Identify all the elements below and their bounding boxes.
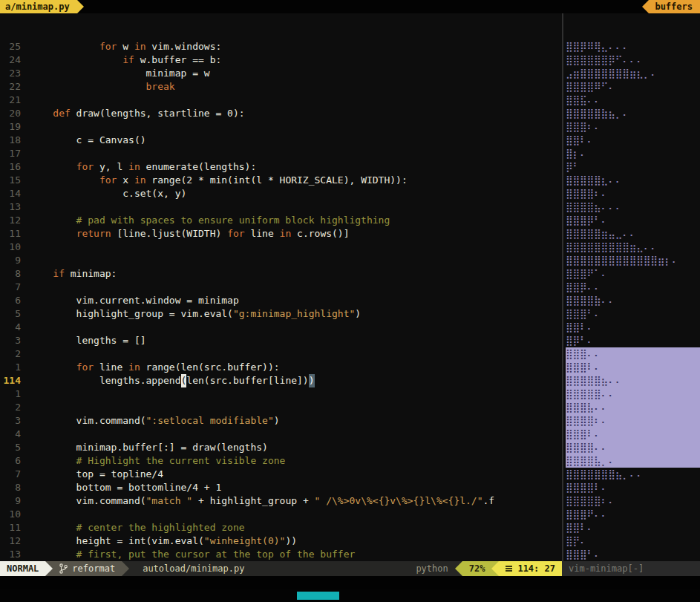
code-line[interactable]: 7 top = topline/4: [0, 468, 562, 481]
code-line[interactable]: 23 minimap = w: [0, 67, 562, 80]
code-line[interactable]: 18 c = Canvas(): [0, 134, 562, 147]
minimap-row[interactable]: ⣿⣿⣿⠟⠄⠄: [566, 508, 700, 521]
code-text: for: [227, 227, 244, 241]
code-line[interactable]: 17: [0, 147, 562, 160]
code-line[interactable]: 114 lengths.append(len(src.buffer[line])…: [0, 374, 562, 387]
line-number: 22: [0, 80, 21, 94]
minimap-viewport-row[interactable]: ⣿⣿⣿⣿⣧⡀⠄: [566, 454, 700, 468]
code-line[interactable]: 7: [0, 281, 562, 294]
minimap-row[interactable]: ⣿⣿⣿⣿⣿⣷⣦⡀⠄: [566, 107, 700, 120]
minimap-row[interactable]: ⣿⣿⣿⠆⠄: [566, 120, 700, 134]
minimap-row[interactable]: ⣿⣿⣿⠃⠄: [566, 548, 700, 561]
code-line[interactable]: 21: [0, 94, 562, 107]
minimap-statusline[interactable]: vim-minimap[-]: [562, 561, 700, 576]
vim-screen: a/minimap.py buffers 25 for w in vim.win…: [0, 0, 700, 602]
minimap-row[interactable]: ⣿⣿⣿⠟⠁⠄: [566, 267, 700, 281]
code-line[interactable]: 8 if minimap:: [0, 267, 562, 281]
code-line[interactable]: 20 def draw(lengths, startline = 0):: [0, 107, 562, 120]
minimap-viewport-row[interactable]: ⣿⣿⣿⣿⠆⠄: [566, 414, 700, 428]
code-line[interactable]: 25 for w in vim.windows:: [0, 40, 562, 53]
tab-current-file[interactable]: a/minimap.py: [0, 0, 77, 13]
minimap-row[interactable]: ⣿⣿⣿⣿⠿⠋⠄: [566, 80, 700, 94]
code-window[interactable]: 25 for w in vim.windows:24 if w.buffer =…: [0, 13, 562, 561]
minimap-row[interactable]: ⣿⣿⣿⣿⣷⠄⠄: [566, 294, 700, 307]
code-text: " /\%>0v\%<{}v\%>{}l\%<{}l./": [315, 494, 483, 508]
code-line[interactable]: 1: [0, 387, 562, 401]
minimap-row[interactable]: ⣿⣿⣿⣿⣿⠆⠄: [566, 494, 700, 508]
buffers-label[interactable]: buffers: [649, 0, 700, 13]
code-text: break: [146, 80, 175, 94]
minimap-row[interactable]: ⣿⣿⣿⣿⠇⠄: [566, 481, 700, 494]
minimap-row[interactable]: ⣠⣶⣿⣿⣿⣿⣿⣿⣿⣶⣆⡀⠄: [566, 67, 700, 80]
line-number: 1: [0, 387, 21, 401]
minimap-row[interactable]: ⣿⣿⣿⣿⠆⠄: [566, 187, 700, 200]
minimap-row[interactable]: ⣿⡆⠄: [566, 147, 700, 160]
minimap-viewport-row[interactable]: ⣿⣿⣿⣿⣿⠄⠄: [566, 387, 700, 401]
minimap-row[interactable]: ⣿⣿⣿⡿⠃⠄: [566, 214, 700, 227]
code-line[interactable]: 10: [0, 241, 562, 254]
code-line[interactable]: 13 # first, put the cursor at the top of…: [0, 548, 562, 561]
minimap-row[interactable]: ⣿⣿⣿⣿⣿⣿⣿⣿⣿⣿⣿⣿⣿⣶⡆⠄: [566, 254, 700, 267]
code-line[interactable]: 8 bottom = bottomline/4 + 1: [0, 481, 562, 494]
minimap-viewport-row[interactable]: ⣿⣿⣿⣧⠄⠄: [566, 401, 700, 414]
code-line[interactable]: 16 for y, l in enumerate(lengths):: [0, 160, 562, 174]
minimap-row[interactable]: ⣿⣿⣿⣿⣿⣿⡿⠋⠄⠄⠄: [566, 53, 700, 67]
command-line[interactable]: [0, 576, 700, 589]
code-line[interactable]: 6 vim.current.window = minimap: [0, 294, 562, 307]
code-line[interactable]: 5 highlight_group = vim.eval("g:minimap_…: [0, 307, 562, 321]
minimap-viewport-row[interactable]: ⣿⣿⣿⠇⠄: [566, 361, 700, 374]
minimap-row[interactable]: ⣿⡟⠄: [566, 534, 700, 548]
code-line[interactable]: 19: [0, 120, 562, 134]
minimap-row[interactable]: ⣿⣿⣿⠃⠄: [566, 307, 700, 321]
code-line[interactable]: 24 if w.buffer == b:: [0, 53, 562, 67]
code-text: [30, 80, 146, 94]
code-line[interactable]: 13: [0, 200, 562, 214]
code-line[interactable]: 9 vim.command("match " + highlight_group…: [0, 494, 562, 508]
code-line[interactable]: 11 # center the highlighted zone: [0, 521, 562, 534]
minimap-row[interactable]: ⣿⣿⣿⣿⣦⠄⠄⠄: [566, 200, 700, 214]
code-line[interactable]: 4: [0, 321, 562, 334]
minimap-row[interactable]: ⡿⠃: [566, 160, 700, 174]
minimap-viewport-row[interactable]: ⣿⣿⣿⠇⠄: [566, 428, 700, 441]
tmux-active-window-segment[interactable]: [297, 592, 339, 600]
minimap-row[interactable]: ⣿⣿⣿⣿⣿⣆⠄⠄: [566, 174, 700, 187]
code-line[interactable]: 12 # pad with spaces to ensure uniform b…: [0, 214, 562, 227]
minimap-row[interactable]: ⣿⣿⡿⠿⢿⣄⠄⠄⠄: [566, 40, 700, 53]
code-line[interactable]: 3 vim.command(":setlocal modifiable"): [0, 414, 562, 428]
minimap-row[interactable]: ⣿⣿⠇⠄: [566, 321, 700, 334]
code-line[interactable]: 3 lengths = []: [0, 334, 562, 347]
minimap-window[interactable]: ⣿⣿⡿⠿⢿⣄⠄⠄⠄⣿⣿⣿⣿⣿⣿⡿⠋⠄⠄⠄⣠⣶⣿⣿⣿⣿⣿⣿⣿⣶⣆⡀⠄⣿⣿⣿⣿⠿⠋⠄…: [563, 13, 700, 561]
code-line[interactable]: 4: [0, 428, 562, 441]
minimap-row[interactable]: ⣿⣿⡿⠄⠄: [566, 281, 700, 294]
minimap-row[interactable]: ⣿⣿⣿⣿⣿⣶⣤⣀⠄⠄: [566, 227, 700, 241]
minimap-row[interactable]: ⣿⣿⣿⣿⣿⣿⣿⣿⣿⣶⣄⠄⠄: [566, 241, 700, 254]
line-number: 10: [0, 508, 21, 521]
minimap-viewport-row[interactable]: ⣿⣿⣿⠄⠄: [566, 347, 700, 361]
code-line[interactable]: 22 break: [0, 80, 562, 94]
statusline[interactable]: NORMAL reformat autoload/minimap.py pyth…: [0, 561, 700, 576]
line-number: 4: [0, 428, 21, 441]
tabline-filler: [84, 0, 643, 13]
minimap-row[interactable]: ⣿⡿⠃⠄: [566, 334, 700, 347]
minimap-row[interactable]: ⣿⣿⣿⣿⣿⣿⣿⣦⡀⠄⠄: [566, 468, 700, 481]
code-line[interactable]: 6 # Highlight the current visible zone: [0, 454, 562, 468]
code-line[interactable]: 2: [0, 347, 562, 361]
code-line[interactable]: 12 height = int(vim.eval("winheight(0)")…: [0, 534, 562, 548]
code-line[interactable]: 2: [0, 401, 562, 414]
code-line[interactable]: 15 for x in range(2 * min(int(l * HORIZ_…: [0, 174, 562, 187]
code-line[interactable]: 1 for line in range(len(src.buffer)):: [0, 361, 562, 374]
minimap-row[interactable]: ⣿⣿⠇⠄: [566, 521, 700, 534]
powerline-arrow-icon: [45, 561, 53, 576]
code-line[interactable]: 11 return [line.ljust(WIDTH) for line in…: [0, 227, 562, 241]
line-number: 5: [0, 441, 21, 454]
code-line[interactable]: 9: [0, 254, 562, 267]
minimap-viewport-row[interactable]: ⣿⣿⣿⣿⠄⠄: [566, 441, 700, 454]
code-line[interactable]: 14 c.set(x, y): [0, 187, 562, 200]
minimap-row[interactable]: ⣿⣿⠇⠄: [566, 134, 700, 147]
code-text: if: [53, 267, 65, 281]
code-line[interactable]: 10: [0, 508, 562, 521]
minimap-row[interactable]: ⣿⣿⣯⠄⠄: [566, 94, 700, 107]
minimap-viewport-row[interactable]: ⣿⣿⣿⣿⣿⣦⠄⠄: [566, 374, 700, 387]
code-line[interactable]: 5 minimap.buffer[:] = draw(lengths): [0, 441, 562, 454]
line-number: 14: [0, 187, 21, 200]
